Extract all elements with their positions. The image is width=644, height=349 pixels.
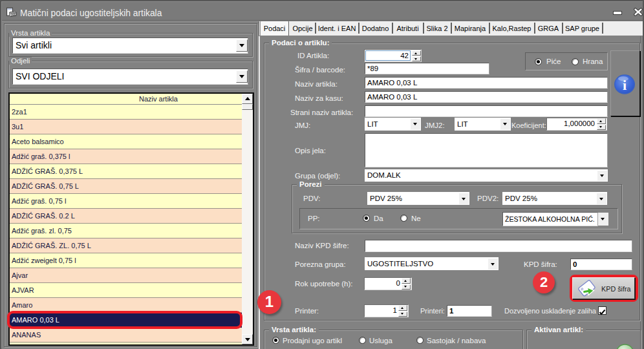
svg-text:i: i bbox=[623, 77, 627, 93]
